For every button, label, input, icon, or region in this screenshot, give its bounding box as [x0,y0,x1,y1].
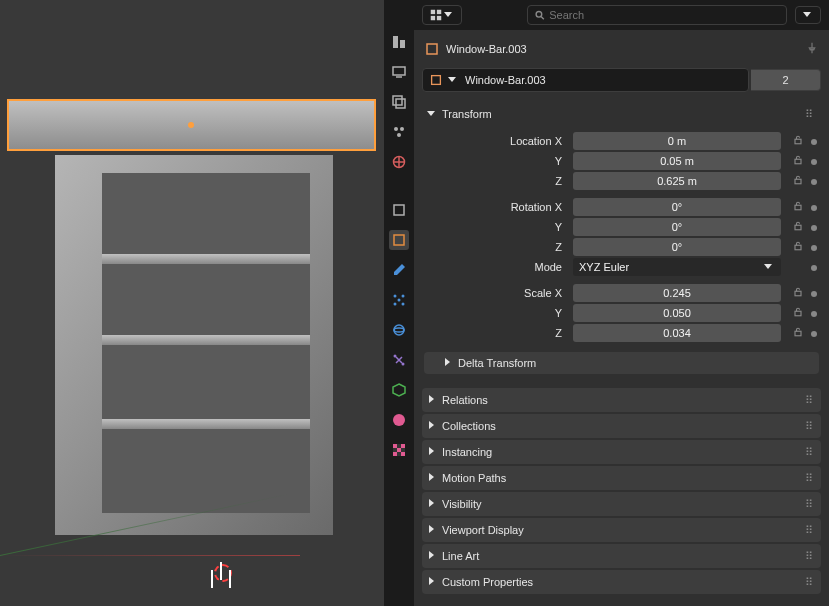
chevron-right-icon [442,357,454,369]
location-z-field[interactable]: 0.625 m [573,172,781,190]
breadcrumb-object: Window-Bar.003 [446,43,527,55]
search-input[interactable] [549,9,780,21]
svg-rect-30 [431,10,435,14]
custom-properties-header[interactable]: Custom Properties⠿ [422,570,821,594]
tab-render[interactable] [389,32,409,52]
custom-properties-title: Custom Properties [442,576,533,588]
instancing-header[interactable]: Instancing⠿ [422,440,821,464]
relations-header[interactable]: Relations⠿ [422,388,821,412]
panel-options-icon[interactable]: ⠿ [805,550,815,563]
panel-options-icon[interactable]: ⠿ [805,394,815,407]
tab-particles[interactable] [389,290,409,310]
lock-button[interactable] [788,306,808,320]
location-y-field[interactable]: 0.05 m [573,152,781,170]
location-x-field[interactable]: 0 m [573,132,781,150]
lock-button[interactable] [788,286,808,300]
animate-button[interactable] [809,155,819,167]
animate-button[interactable] [809,135,819,147]
datablock-name-field[interactable]: Window-Bar.003 [422,68,749,92]
panel-options-icon[interactable]: ⠿ [805,472,815,485]
svg-point-6 [400,127,404,131]
editor-type-dropdown[interactable] [422,5,462,25]
svg-rect-0 [393,36,398,48]
lock-button[interactable] [788,174,808,188]
svg-point-14 [402,303,405,306]
chevron-right-icon [426,420,438,432]
svg-rect-26 [401,448,405,452]
panel-header [414,0,829,30]
panel-options-icon[interactable]: ⠿ [805,498,815,511]
tab-scene[interactable] [389,122,409,142]
svg-point-7 [397,133,401,137]
panel-options-icon[interactable]: ⠿ [805,420,815,433]
chevron-right-icon [426,446,438,458]
visibility-title: Visibility [442,498,482,510]
panel-options-icon[interactable]: ⠿ [805,524,815,537]
animate-button[interactable] [809,307,819,319]
lock-button[interactable] [788,154,808,168]
tab-world[interactable] [389,152,409,172]
tab-modifiers[interactable] [389,260,409,280]
tab-texture[interactable] [389,440,409,460]
tab-mesh[interactable] [389,380,409,400]
search-field[interactable] [527,5,787,25]
rotation-z-label: Z [424,241,572,253]
animate-button[interactable] [809,287,819,299]
svg-point-11 [394,295,397,298]
visibility-header[interactable]: Visibility⠿ [422,492,821,516]
properties-panel: Window-Bar.003 Window-Bar.003 2 Transfor… [414,0,829,606]
svg-rect-24 [393,448,397,452]
line-art-header[interactable]: Line Art⠿ [422,544,821,568]
tab-physics[interactable] [389,320,409,340]
viewport-display-header[interactable]: Viewport Display⠿ [422,518,821,542]
collections-header[interactable]: Collections⠿ [422,414,821,438]
scale-y-field[interactable]: 0.050 [573,304,781,322]
datablock-name: Window-Bar.003 [465,74,546,86]
chevron-right-icon [426,576,438,588]
delta-transform-header[interactable]: Delta Transform [424,352,819,374]
lock-button[interactable] [788,326,808,340]
transform-section: Transform ⠿ Location X 0 m Y 0.05 m Z [422,102,821,386]
svg-point-34 [536,11,542,17]
scale-x-field[interactable]: 0.245 [573,284,781,302]
animate-button[interactable] [809,261,819,273]
motion-paths-header[interactable]: Motion Paths⠿ [422,466,821,490]
tab-constraints[interactable] [389,350,409,370]
tab-output[interactable] [389,62,409,82]
options-dropdown[interactable] [795,6,821,24]
rotation-x-field[interactable]: 0° [573,198,781,216]
rotation-y-field[interactable]: 0° [573,218,781,236]
chevron-down-icon [763,261,775,273]
panel-options-icon[interactable]: ⠿ [805,446,815,459]
animate-button[interactable] [809,201,819,213]
lock-button[interactable] [788,240,808,254]
animate-button[interactable] [809,327,819,339]
lock-button[interactable] [788,134,808,148]
tab-collection[interactable] [389,200,409,220]
viewport-3d[interactable] [0,0,384,606]
location-x-label: Location X [424,135,572,147]
tab-object[interactable] [389,230,409,250]
location-z-label: Z [424,175,572,187]
datablock-users[interactable]: 2 [751,69,821,91]
animate-button[interactable] [809,241,819,253]
tab-viewlayer[interactable] [389,92,409,112]
scale-z-label: Z [424,327,572,339]
rotation-mode-select[interactable]: XYZ Euler [573,258,781,276]
mesh-shelf [102,419,310,429]
svg-rect-42 [795,245,801,250]
rotation-z-field[interactable]: 0° [573,238,781,256]
animate-button[interactable] [809,175,819,187]
svg-rect-39 [795,179,801,184]
panel-options-icon[interactable]: ⠿ [805,576,815,589]
transform-header[interactable]: Transform ⠿ [422,102,821,126]
animate-button[interactable] [809,221,819,233]
chevron-right-icon [426,550,438,562]
panel-body: Window-Bar.003 Window-Bar.003 2 Transfor… [414,30,829,606]
lock-button[interactable] [788,220,808,234]
lock-button[interactable] [788,200,808,214]
pin-button[interactable] [805,41,819,57]
tab-material[interactable] [389,410,409,430]
panel-options-icon[interactable]: ⠿ [805,108,815,121]
scale-z-field[interactable]: 0.034 [573,324,781,342]
